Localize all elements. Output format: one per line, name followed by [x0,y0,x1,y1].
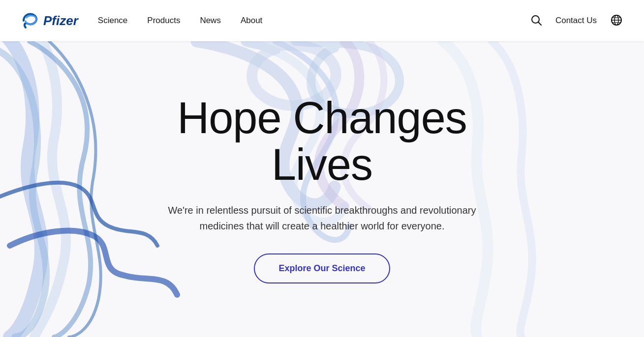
nav-link-news[interactable]: News [200,16,221,25]
navbar: Pfizer Science Products News About Conta… [0,0,644,41]
explore-science-button[interactable]: Explore Our Science [254,253,390,283]
navbar-left: Pfizer Science Products News About [20,10,262,31]
svg-line-2 [538,22,541,25]
language-selector-button[interactable] [609,12,624,29]
hero-title: Hope Changes Lives [145,95,499,188]
logo-link[interactable]: Pfizer [20,10,78,31]
pfizer-logo-icon [20,10,40,31]
nav-item-about: About [241,16,262,26]
nav-link-about[interactable]: About [241,16,262,25]
hero-subtitle: We're in relentless pursuit of scientifi… [155,202,490,234]
hero-section: Hope Changes Lives We're in relentless p… [0,0,644,337]
search-icon [531,15,542,26]
nav-link-science[interactable]: Science [98,16,127,25]
hero-content: Hope Changes Lives We're in relentless p… [125,95,519,283]
nav-item-science: Science [98,16,127,26]
svg-point-1 [532,16,539,23]
logo-text: Pfizer [43,13,78,28]
search-button[interactable] [529,13,544,29]
nav-item-news: News [200,16,221,26]
nav-link-products[interactable]: Products [147,16,180,25]
nav-links: Science Products News About [98,16,263,26]
globe-icon [611,14,622,26]
contact-us-link[interactable]: Contact Us [555,16,597,26]
nav-item-products: Products [147,16,180,26]
navbar-right: Contact Us [529,12,624,29]
